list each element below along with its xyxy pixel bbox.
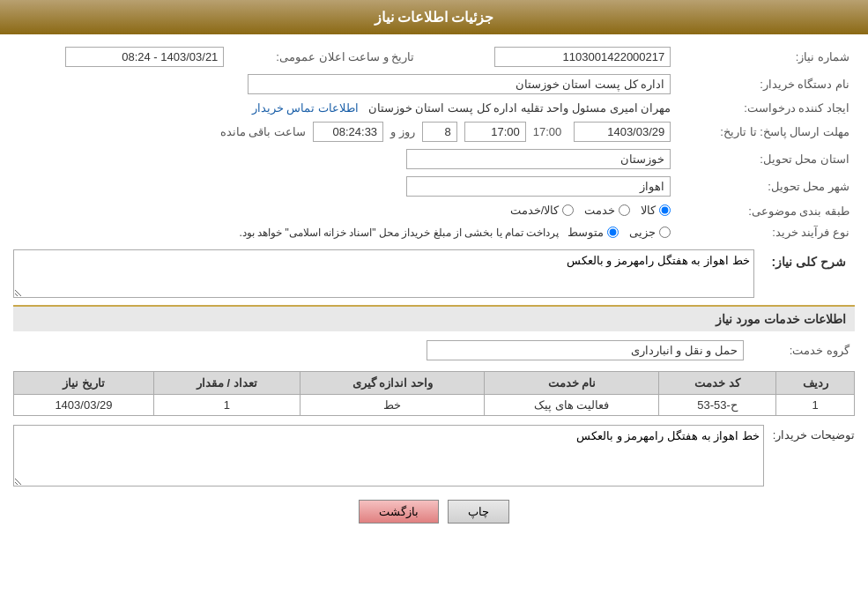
row-need-number: شماره نیاز: 1103001422000217 تاریخ و ساع… <box>13 43 855 71</box>
page-wrapper: جزئیات اطلاعات نیاز شماره نیاز: 11030014… <box>0 0 868 609</box>
row-buyer-org: نام دستگاه خریدار: اداره کل پست استان خو… <box>13 71 855 98</box>
need-desc-label: شرح کلی نیاز: <box>763 249 855 274</box>
col-unit: واحد اندازه گیری <box>300 372 484 395</box>
days-label: روز و <box>390 125 415 138</box>
requester-name: مهران امیری مسئول واحد تقلیه اداره کل پس… <box>368 101 671 115</box>
deadline-date: 1403/03/29 <box>574 122 671 142</box>
services-section-header: اطلاعات خدمات مورد نیاز <box>13 305 855 331</box>
cell-name: فعالیت های پیک <box>485 395 659 416</box>
category-radio-group: کالا خدمت کالا/خدمت <box>510 204 671 217</box>
cell-quantity: 1 <box>153 395 300 416</box>
services-table-header: ردیف کد خدمت نام خدمت واحد اندازه گیری ت… <box>14 372 855 395</box>
province-label: استان محل تحویل: <box>676 145 855 173</box>
city-value: اهواز <box>406 176 671 197</box>
deadline-remaining: 08:24:33 <box>313 122 383 142</box>
need-number-value: 1103001422000217 <box>494 47 671 67</box>
cell-index: 1 <box>776 395 855 416</box>
process-row: جزیی متوسط پرداخت تمام یا بخشی از مبلغ خ… <box>19 226 671 239</box>
col-date: تاریخ نیاز <box>14 372 154 395</box>
cell-unit: خط <box>300 395 484 416</box>
process-note: پرداخت تمام یا بخشی از مبلغ خریداز محل "… <box>239 227 559 239</box>
city-label: شهر محل تحویل: <box>676 173 855 200</box>
col-quantity: تعداد / مقدار <box>153 372 300 395</box>
remaining-label: ساعت باقی مانده <box>220 125 306 138</box>
process-radio-group: جزیی متوسط <box>568 226 671 239</box>
services-table-body: 1 ح-53-53 فعالیت های پیک خط 1 1403/03/29 <box>14 395 855 416</box>
service-group-table: گروه خدمت: حمل و نقل و انبارداری <box>13 337 855 364</box>
services-header-row: ردیف کد خدمت نام خدمت واحد اندازه گیری ت… <box>14 372 855 395</box>
process-radio-jozi[interactable] <box>659 227 671 238</box>
province-value: خوزستان <box>406 149 671 169</box>
category-radio-khadamat[interactable] <box>619 204 630 216</box>
deadline-row: 1403/03/29 17:00 17:00 8 روز و 08:24:33 … <box>19 122 671 142</box>
table-row: 1 ح-53-53 فعالیت های پیک خط 1 1403/03/29 <box>14 395 855 416</box>
col-index: ردیف <box>776 372 855 395</box>
buyer-org-label: نام دستگاه خریدار: <box>676 71 855 98</box>
category-label-kala: کالا <box>641 204 656 217</box>
process-label-jozi: جزیی <box>629 226 656 239</box>
service-group-value: حمل و نقل و انبارداری <box>427 340 744 360</box>
category-label-khadamat: خدمت <box>584 204 615 217</box>
cell-date: 1403/03/29 <box>14 395 154 416</box>
col-code: کد خدمت <box>659 372 776 395</box>
buyer-description-textarea[interactable]: خط اهواز به هفتگل رامهرمز و بالعکس <box>13 425 764 486</box>
row-requester: ایجاد کننده درخواست: مهران امیری مسئول و… <box>13 98 855 118</box>
requester-label: ایجاد کننده درخواست: <box>676 98 855 118</box>
process-radio-motavasset[interactable] <box>607 227 619 238</box>
service-group-label: گروه خدمت: <box>749 337 855 364</box>
page-title: جزئیات اطلاعات نیاز <box>375 10 494 25</box>
category-option-kala-khadamat: کالا/خدمت <box>510 204 575 217</box>
category-radio-kala-khadamat[interactable] <box>562 204 574 216</box>
row-city: شهر محل تحویل: اهواز <box>13 173 855 200</box>
need-desc-textarea[interactable]: خط اهواز به هفتگل رامهرمز و بالعکس <box>13 249 754 298</box>
page-header: جزئیات اطلاعات نیاز <box>0 0 868 34</box>
print-button[interactable]: چاپ <box>448 500 509 524</box>
process-option-jozi: جزیی <box>629 226 671 239</box>
row-process: نوع فرآیند خرید: جزیی متوسط <box>13 222 855 242</box>
time-label: 17:00 <box>533 125 562 138</box>
need-number-label: شماره نیاز: <box>676 43 855 71</box>
cell-code: ح-53-53 <box>659 395 776 416</box>
col-name: نام خدمت <box>485 372 659 395</box>
deadline-days: 8 <box>422 122 457 142</box>
services-table: ردیف کد خدمت نام خدمت واحد اندازه گیری ت… <box>13 371 855 416</box>
deadline-label: مهلت ارسال پاسخ: تا تاریخ: <box>676 118 855 145</box>
row-category: طبقه بندی موضوعی: کالا خدمت <box>13 200 855 222</box>
category-label: طبقه بندی موضوعی: <box>676 200 855 222</box>
category-label-kala-khadamat: کالا/خدمت <box>510 204 560 217</box>
category-radio-kala[interactable] <box>659 204 671 216</box>
category-option-khadamat: خدمت <box>584 204 630 217</box>
process-option-motavasset: متوسط <box>568 226 619 239</box>
announce-value: 1403/03/21 - 08:24 <box>65 47 224 67</box>
category-option-kala: کالا <box>641 204 671 217</box>
deadline-time: 17:00 <box>464 122 526 142</box>
process-label: نوع فرآیند خرید: <box>676 222 855 242</box>
need-desc-section: شرح کلی نیاز: خط اهواز به هفتگل رامهرمز … <box>13 249 855 298</box>
row-province: استان محل تحویل: خوزستان <box>13 145 855 173</box>
announce-label: تاریخ و ساعت اعلان عمومی: <box>229 43 419 71</box>
process-label-motavasset: متوسط <box>568 226 604 239</box>
buyer-description-label: توضیحات خریدار: <box>773 425 855 442</box>
back-button[interactable]: بازگشت <box>359 500 439 524</box>
buyer-org-value: اداره کل پست استان خوزستان <box>248 74 671 94</box>
row-service-group: گروه خدمت: حمل و نقل و انبارداری <box>13 337 855 364</box>
requester-contact-link[interactable]: اطلاعات تماس خریدار <box>252 101 359 115</box>
main-info-table: شماره نیاز: 1103001422000217 تاریخ و ساع… <box>13 43 855 242</box>
row-deadline: مهلت ارسال پاسخ: تا تاریخ: 1403/03/29 17… <box>13 118 855 145</box>
buttons-row: چاپ بازگشت <box>13 500 855 524</box>
buyer-description-section: توضیحات خریدار: خط اهواز به هفتگل رامهرم… <box>13 425 855 486</box>
main-content: شماره نیاز: 1103001422000217 تاریخ و ساع… <box>0 34 868 546</box>
